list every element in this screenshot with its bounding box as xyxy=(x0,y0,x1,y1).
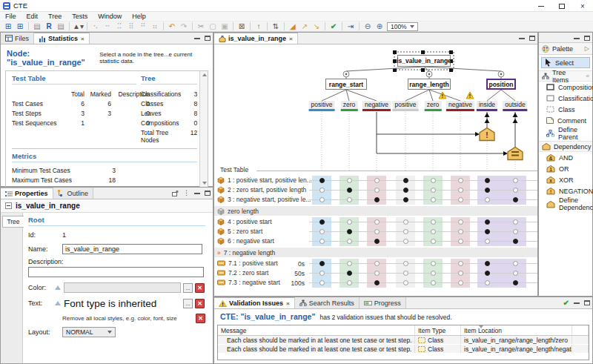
mark-dot[interactable] xyxy=(319,178,325,183)
maximize-view-icon[interactable] xyxy=(584,36,590,41)
menu-tree[interactable]: Tree xyxy=(43,13,67,20)
mark-dot[interactable] xyxy=(458,239,463,244)
delete-icon[interactable]: ⊠ xyxy=(236,22,247,31)
mark-dot[interactable] xyxy=(431,239,436,244)
test-table-row[interactable]: 6 : negative start xyxy=(214,236,537,246)
test-table-row[interactable]: 4 : positive start xyxy=(214,217,537,227)
name-field[interactable] xyxy=(62,244,202,254)
undo-icon[interactable]: ↶ xyxy=(167,22,177,31)
remove-styles-delete-button[interactable]: ✕ xyxy=(196,314,205,323)
validate-all-icon[interactable]: ✔ xyxy=(563,299,569,307)
validation-col-message[interactable]: Message xyxy=(218,325,415,335)
menu-help[interactable]: Help xyxy=(127,13,151,20)
mark-dot[interactable] xyxy=(403,197,408,202)
maximize-view-icon[interactable] xyxy=(584,300,590,305)
mark-dot[interactable] xyxy=(513,188,518,193)
copy-icon[interactable]: ▢ xyxy=(208,22,218,31)
paste-icon[interactable]: ▣ xyxy=(219,22,230,31)
collapse-section-icon[interactable] xyxy=(5,202,12,209)
test-table-row[interactable]: 7.3 : negative start100s xyxy=(214,278,537,288)
redo-icon[interactable]: ↷ xyxy=(179,22,189,31)
sort-tree-icon[interactable]: ⇅ xyxy=(271,22,281,31)
tree-class-zero[interactable]: zero xyxy=(425,101,442,111)
mark-dot[interactable] xyxy=(431,271,436,276)
validation-issue-row[interactable]: Each class should be marked in at least … xyxy=(218,336,589,345)
mark-dot[interactable] xyxy=(403,229,408,234)
minimize-view-icon[interactable] xyxy=(519,38,525,39)
tree-node-position[interactable]: position xyxy=(486,79,516,90)
mark-dot[interactable] xyxy=(347,271,352,276)
statistics-scrollbar[interactable] xyxy=(199,71,208,187)
layout-6-icon[interactable]: ⠶ xyxy=(150,22,160,31)
palette-item-class[interactable]: Class xyxy=(539,104,592,115)
and-dependency-icon[interactable] xyxy=(508,148,523,160)
zoom-in-icon[interactable]: ⊕ xyxy=(374,22,385,31)
mark-dot[interactable] xyxy=(513,197,518,202)
cut-icon[interactable]: ✂ xyxy=(196,22,206,31)
close-tab-icon[interactable]: × xyxy=(289,36,293,42)
zoom-out-icon[interactable]: ⊖ xyxy=(362,22,373,31)
tree-node-range_length[interactable]: range_length xyxy=(408,79,451,90)
mark-dot[interactable] xyxy=(513,280,518,285)
tree-class-positive[interactable]: positive xyxy=(393,101,419,111)
tree-class-outside[interactable]: outside xyxy=(503,101,527,111)
mark-dot[interactable] xyxy=(431,229,436,234)
new-cte-icon[interactable]: ⊞ xyxy=(3,22,13,31)
layout-2-icon[interactable]: ⠒ xyxy=(102,22,113,31)
negation-dependency-icon[interactable]: ! xyxy=(480,128,494,141)
mark-dot[interactable] xyxy=(347,197,352,202)
minimize-button[interactable] xyxy=(531,0,551,12)
mark-dot[interactable] xyxy=(513,178,518,183)
menu-file[interactable]: File xyxy=(0,13,21,20)
mark-dot[interactable] xyxy=(403,239,408,244)
mark-dot[interactable] xyxy=(319,280,325,285)
mark-dot[interactable] xyxy=(458,280,463,285)
color-browse-button[interactable]: ... xyxy=(183,283,193,293)
palette-select-tool[interactable]: Select xyxy=(541,57,590,68)
mark-dot[interactable] xyxy=(374,280,380,285)
validate-icon[interactable]: ✔ xyxy=(328,22,339,31)
validation-col-item-type[interactable]: Item Type xyxy=(415,325,461,335)
mark-dot[interactable] xyxy=(374,271,380,276)
tree-class-zero[interactable]: zero xyxy=(341,101,358,111)
dependency-create-icon[interactable]: ↗ xyxy=(299,22,310,31)
mark-dot[interactable] xyxy=(403,219,408,225)
mark-dot[interactable] xyxy=(431,261,436,266)
validation-issue-row[interactable]: Each class should be marked in at least … xyxy=(218,345,589,354)
minimize-view-icon[interactable] xyxy=(194,193,200,194)
color-delete-button[interactable]: ✕ xyxy=(195,283,205,293)
mark-dot[interactable] xyxy=(485,239,490,244)
text-browse-button[interactable]: ... xyxy=(183,299,193,308)
mark-dot[interactable] xyxy=(513,271,518,276)
text-delete-button[interactable]: ✕ xyxy=(195,299,205,308)
palette-group-dependency[interactable]: Dependency« xyxy=(539,141,592,152)
mark-dot[interactable] xyxy=(458,219,463,225)
mark-dot[interactable] xyxy=(431,197,436,202)
menu-edit[interactable]: Edit xyxy=(21,13,44,20)
mark-dot[interactable] xyxy=(513,229,518,234)
palette-item-comment[interactable]: Comment xyxy=(539,115,592,126)
mark-dot[interactable] xyxy=(458,271,463,276)
detach-view-icon[interactable] xyxy=(172,191,179,196)
mark-dot[interactable] xyxy=(403,178,408,183)
tree-node-root[interactable]: is_value_in_range xyxy=(397,55,451,67)
mark-dot[interactable] xyxy=(431,280,436,285)
palette-item-negation[interactable]: !NEGATION xyxy=(539,185,592,196)
tree-editor-canvas[interactable]: ! is_value_in_rangerange_startpositiveze… xyxy=(214,44,537,296)
palette-item-define-dependency[interactable]: Define Dependency xyxy=(539,196,592,211)
description-field[interactable] xyxy=(28,267,204,277)
mark-dot[interactable] xyxy=(319,229,325,234)
requirements-icon[interactable]: R xyxy=(44,22,54,31)
dependency-edit-icon[interactable]: ↘ xyxy=(311,22,322,31)
layout-4-icon[interactable]: ⠿ xyxy=(126,22,136,31)
test-table-row[interactable]: 1 : positive start, positive len... xyxy=(214,176,537,185)
mark-dot[interactable] xyxy=(458,261,463,266)
close-button[interactable]: × xyxy=(572,0,593,12)
tab-statistics[interactable]: Statistics × xyxy=(34,33,90,44)
mark-dot[interactable] xyxy=(431,219,436,225)
move-up-icon[interactable]: ↑ xyxy=(254,22,264,31)
mark-dot[interactable] xyxy=(458,229,463,234)
tab-validation-issues[interactable]: Validation Issues × xyxy=(214,297,295,308)
refresh-icon[interactable]: ▤ xyxy=(56,22,66,31)
palette-item-xor[interactable]: xXOR xyxy=(539,174,592,185)
